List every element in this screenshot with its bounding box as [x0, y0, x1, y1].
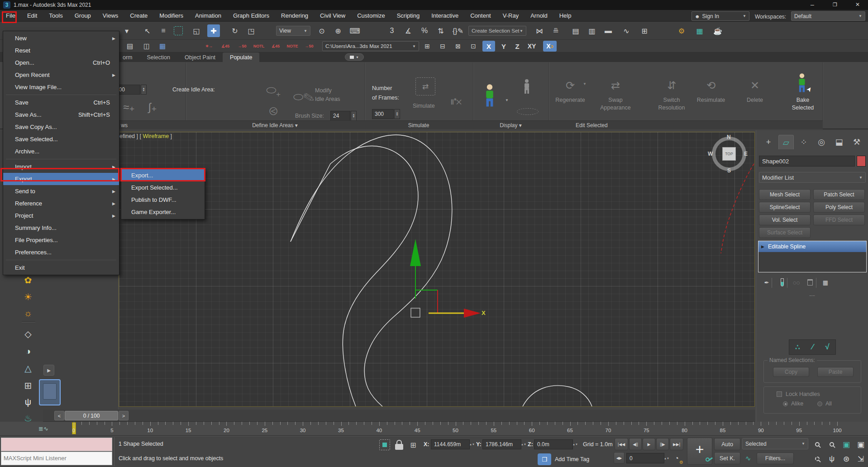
previous-key-button[interactable]: ◀|| [629, 438, 642, 450]
vol-select-button[interactable]: Vol. Select [759, 214, 811, 225]
selection-set-dropdown[interactable]: Create Selection Set ▼ [468, 26, 526, 36]
object-name-field[interactable]: Shape002 [759, 156, 855, 167]
file-menu-item-summary-info[interactable]: Summary Info... [3, 222, 119, 234]
select-move-icon[interactable]: ✚ [207, 24, 220, 37]
ribbon-overflow-button[interactable]: ▼ [345, 53, 364, 61]
menubar-item-civil-view[interactable]: Civil View [314, 10, 351, 21]
civil-view-icon-1[interactable]: ✶→ [202, 41, 216, 52]
file-menu-item-export[interactable]: Export▶ [3, 173, 119, 185]
cabinet-icon[interactable]: ▤ [124, 41, 135, 52]
all-radio[interactable] [817, 401, 822, 406]
file-menu-item-import[interactable]: Import▶ [3, 161, 119, 173]
define-idle-areas-group-label[interactable]: Define Idle Areas ▾ [186, 120, 364, 129]
x-coordinate-spinner[interactable]: ▲▼ [470, 439, 474, 449]
go-end-button[interactable]: ▶▶| [670, 438, 683, 450]
time-slider-handle[interactable]: 0 / 100 [65, 411, 118, 420]
flyout-arrow-button[interactable]: ▶ [43, 365, 54, 376]
reference-coordinate-dropdown[interactable]: View ▼ [276, 26, 310, 36]
modify-idle-areas-button[interactable]: ModifyIdle Areas [315, 86, 340, 104]
viewport[interactable] [119, 132, 755, 407]
menubar-item-modifiers[interactable]: Modifiers [153, 10, 189, 21]
y-coordinate-spinner[interactable]: ▲▼ [521, 439, 526, 449]
menubar-item-customize[interactable]: Customize [351, 10, 391, 21]
switch-resolution-button[interactable]: ⇵SwitchResolution [650, 76, 693, 118]
maxscript-mini-listener-pink[interactable] [1, 438, 112, 451]
menubar-item-tools[interactable]: Tools [43, 10, 68, 21]
menubar-item-animation[interactable]: Animation [189, 10, 227, 21]
keyboard-override-icon[interactable]: ⌨ [348, 24, 361, 37]
menubar-item-group[interactable]: Group [69, 10, 97, 21]
modify-tab-button[interactable]: ▱ [778, 135, 794, 149]
sign-in-dropdown[interactable]: ☻ Sign In ▼ [692, 11, 749, 21]
file-menu-item-open-recent[interactable]: Open Recent▶ [3, 69, 119, 81]
file-menu-item-reset[interactable]: Reset [3, 44, 119, 57]
menubar-item-content[interactable]: Content [464, 10, 497, 21]
next-key-button[interactable]: ||▶ [656, 438, 669, 450]
y-coordinate-field[interactable]: 1786.146m [482, 439, 521, 449]
toggle-scene-explorer-icon[interactable]: ▥ [586, 24, 598, 37]
z-coordinate-field[interactable]: 0.0m [534, 439, 573, 449]
make-unique-icon[interactable]: ◌◌ [791, 276, 802, 289]
play-button[interactable]: ▶ [643, 438, 655, 450]
workspace-dropdown[interactable]: Default ▼ [791, 11, 865, 21]
key-mode-icon[interactable]: ∿ [742, 453, 754, 464]
axis-constraint-x-button[interactable]: X [482, 41, 495, 52]
civil-view-icon-7[interactable]: →50 [302, 41, 316, 52]
brush-size-spinner[interactable]: ▲▼ [351, 111, 357, 121]
number-of-frames-spinner[interactable]: ▲▼ [394, 109, 400, 119]
sky-icon[interactable]: ☼ [21, 306, 35, 320]
key-filters-button[interactable]: Filters... [757, 453, 794, 464]
time-configuration-button[interactable]: ◔⚙ [671, 453, 682, 464]
menubar-item-create[interactable]: Create [124, 10, 153, 21]
spinner-snap-icon[interactable]: ⇅ [434, 24, 447, 37]
menubar-item-graph-editors[interactable]: Graph Editors [227, 10, 275, 21]
select-by-name-icon[interactable]: ≡ [157, 24, 170, 37]
civil-view-icon-2[interactable]: ∡45 [219, 41, 232, 52]
file-menu-item-open[interactable]: Open...Ctrl+O [3, 57, 119, 69]
axis-constraint-xy-button[interactable]: XY [524, 41, 539, 52]
poly-select-button[interactable]: Poly Select [813, 202, 865, 213]
toggle-ribbon-icon[interactable]: ▬ [602, 24, 615, 37]
spline-subobject-icon[interactable]: √ [825, 343, 829, 352]
maxscript-mini-listener-input[interactable]: MAXScript Mini Listener [1, 452, 112, 465]
swap-appearance-button[interactable]: ⇄SwapAppearance [594, 76, 637, 118]
mirror-icon[interactable]: ⋈ [533, 24, 546, 37]
file-menu-item-new[interactable]: New▶ [3, 32, 119, 44]
copy-button[interactable]: Copy [773, 367, 809, 377]
patch-select-button[interactable]: Patch Select [813, 189, 865, 200]
active-flyout-button[interactable] [39, 379, 61, 405]
ribbon-tab-selection[interactable]: Selection [140, 52, 177, 62]
modifier-stack-item[interactable]: ▶ Editable Spline [758, 241, 866, 252]
delete-button[interactable]: ✕Delete [733, 76, 777, 118]
use-center-icon[interactable]: ⊙ [315, 24, 328, 37]
maximize-viewport-button[interactable]: ⇲ [854, 453, 867, 465]
grass-icon[interactable]: ψ [21, 395, 35, 409]
sphere-leaf-icon[interactable]: ◑ [21, 344, 35, 358]
viewcube-south-label[interactable]: S [727, 167, 731, 174]
civil-view-icon-3[interactable]: →50 [235, 41, 249, 52]
delete-simulation-icon[interactable]: ⑈✕ [446, 91, 467, 112]
menubar-item-file[interactable]: File [0, 10, 21, 21]
select-object-icon[interactable]: ↖ [141, 24, 154, 37]
resimulate-button[interactable]: ⟲Resimulate [689, 76, 733, 118]
zoom-region-button[interactable] [811, 453, 824, 465]
container-icon-1[interactable]: ⊞ [422, 41, 433, 52]
axis-constraint-z-button[interactable]: Z [511, 41, 523, 52]
go-start-button[interactable]: |◀◀ [615, 438, 628, 450]
rollout-drag-separator[interactable]: ┄┄ [803, 294, 821, 298]
previous-frame-button[interactable]: < [54, 411, 64, 420]
bake-selected-button[interactable]: ➤BakeSelected [781, 76, 825, 118]
dual-window-icon[interactable]: ◫ [141, 41, 152, 52]
display-person-icon[interactable] [484, 84, 496, 107]
current-frame-field[interactable]: 0 [626, 453, 664, 463]
ribbon-tab-populate[interactable]: Populate [223, 52, 259, 62]
window-crossing-icon[interactable]: ◱ [190, 24, 203, 37]
orbit-button[interactable]: ⊛ [840, 453, 853, 465]
menubar-item-views[interactable]: Views [97, 10, 124, 21]
utilities-tab-button[interactable]: ⚒ [849, 135, 864, 149]
export-submenu-item-export[interactable]: Export... [121, 169, 205, 181]
alike-radio[interactable] [783, 401, 788, 406]
menubar-item-help[interactable]: Help [553, 10, 577, 21]
edit-named-selections-icon[interactable]: {}✎ [452, 24, 464, 37]
layer-explorer-icon[interactable]: ▤ [569, 24, 582, 37]
